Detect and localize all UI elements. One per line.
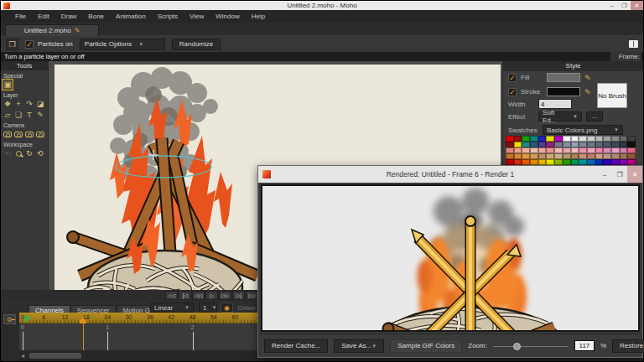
swatch-cell[interactable] xyxy=(530,153,538,159)
scroll-left-button[interactable]: ◂ xyxy=(21,352,24,359)
interpolation-dropdown[interactable]: Linear ▼ xyxy=(150,303,194,313)
transform-layer-tool[interactable]: ❖ xyxy=(3,99,13,109)
swatch-cell[interactable] xyxy=(554,136,563,142)
particle-layer-tool[interactable]: ▣ xyxy=(3,80,13,90)
goto-start-button[interactable]: |◁ xyxy=(179,291,191,300)
menu-item-scripts[interactable]: Scripts xyxy=(158,13,178,20)
swatch-cell[interactable] xyxy=(563,136,571,142)
goto-start-loop-button[interactable]: ○◁ xyxy=(165,291,178,300)
render-cache-button[interactable]: Render Cache... xyxy=(264,339,328,353)
swatch-cell[interactable] xyxy=(571,136,579,142)
step-back-button[interactable]: ◁◁ xyxy=(192,291,205,300)
swatch-cell[interactable] xyxy=(522,136,530,142)
roll-camera-tool[interactable] xyxy=(24,129,34,139)
menu-item-help[interactable]: Help xyxy=(252,13,265,20)
swatch-cell[interactable] xyxy=(554,142,563,147)
save-as-dropdown[interactable]: Save As... ▼ xyxy=(334,339,384,353)
play-button[interactable]: ▷ xyxy=(205,291,218,300)
swatch-cell[interactable] xyxy=(595,147,604,153)
swatch-cell[interactable] xyxy=(546,153,554,159)
stroke-checkbox[interactable]: ✓ xyxy=(508,88,517,96)
swatch-cell[interactable] xyxy=(571,159,579,165)
swatch-cell[interactable] xyxy=(538,142,547,147)
fill-checkbox[interactable]: ✓ xyxy=(508,74,517,82)
swatch-cell[interactable] xyxy=(554,153,563,159)
swatch-cell[interactable] xyxy=(595,153,604,159)
eyedropper-tool[interactable]: ✎ xyxy=(35,110,45,120)
stroke-swatch[interactable] xyxy=(547,87,580,96)
swatch-cell[interactable] xyxy=(514,136,522,142)
swatch-cell[interactable] xyxy=(627,159,636,165)
swatch-cell[interactable] xyxy=(538,153,547,159)
swatch-cell[interactable] xyxy=(546,136,554,142)
library-icon-button[interactable] xyxy=(629,40,638,48)
swatch-cell[interactable] xyxy=(522,147,530,153)
swatch-cell[interactable] xyxy=(579,159,587,165)
swatch-cell[interactable] xyxy=(595,142,604,147)
swatch-cell[interactable] xyxy=(546,142,554,147)
swatch-cell[interactable] xyxy=(579,153,587,159)
swatch-cell[interactable] xyxy=(514,159,522,165)
swatch-cell[interactable] xyxy=(514,147,522,153)
swatch-cell[interactable] xyxy=(603,136,611,142)
document-icon-button[interactable]: ❒ xyxy=(6,39,18,50)
menu-item-window[interactable]: Window xyxy=(216,13,239,20)
swatch-cell[interactable] xyxy=(554,147,563,153)
minimize-button[interactable]: – xyxy=(605,1,618,10)
set-origin-tool[interactable]: + xyxy=(13,99,23,109)
swatch-cell[interactable] xyxy=(554,159,563,165)
swatch-cell[interactable] xyxy=(514,153,522,159)
swatch-cell[interactable] xyxy=(506,136,514,142)
swatch-cell[interactable] xyxy=(563,142,571,147)
swatch-cell[interactable] xyxy=(571,147,579,153)
swatch-cell[interactable] xyxy=(579,136,587,142)
keyframe-icon-button[interactable] xyxy=(3,314,16,324)
restore-defaults-button[interactable]: Restore Defaults xyxy=(612,339,644,353)
rotate-workspace-tool[interactable]: ↻ xyxy=(24,148,34,158)
rotate-layer-tool[interactable]: ↷ xyxy=(24,99,34,109)
swatch-cell[interactable] xyxy=(563,147,571,153)
pan-tilt-camera-tool[interactable] xyxy=(35,129,45,139)
stroke-pencil-icon[interactable]: ✎ xyxy=(584,88,591,96)
swatch-cell[interactable] xyxy=(530,142,538,147)
randomize-button[interactable]: Randomize xyxy=(172,39,221,50)
swatch-cell[interactable] xyxy=(603,142,611,147)
swatch-cell[interactable] xyxy=(627,136,636,142)
swatch-cell[interactable] xyxy=(611,159,620,165)
swatch-cell[interactable] xyxy=(506,153,514,159)
swatch-cell[interactable] xyxy=(587,159,595,165)
swatch-cell[interactable] xyxy=(530,159,538,165)
insert-text-tool[interactable]: T xyxy=(24,110,34,120)
swatch-cell[interactable] xyxy=(538,159,547,165)
swatch-cell[interactable] xyxy=(620,147,628,153)
swatch-cell[interactable] xyxy=(595,159,604,165)
swatch-cell[interactable] xyxy=(587,153,595,159)
swatch-cell[interactable] xyxy=(514,142,522,147)
swatch-cell[interactable] xyxy=(587,142,595,147)
swatch-cell[interactable] xyxy=(522,142,530,147)
swatch-cell[interactable] xyxy=(587,136,595,142)
swatch-cell[interactable] xyxy=(506,147,514,153)
swatch-cell[interactable] xyxy=(563,159,571,165)
zoom-camera-tool[interactable] xyxy=(13,129,23,139)
goto-end-button[interactable]: ▷| xyxy=(232,291,245,300)
swatch-cell[interactable] xyxy=(620,142,628,147)
pan-workspace-tool[interactable]: ☜ xyxy=(3,148,13,158)
flip-layer-tool[interactable]: ▱ xyxy=(3,110,13,120)
zoom-slider[interactable] xyxy=(493,339,569,353)
swatch-cell[interactable] xyxy=(546,159,554,165)
swatch-cell[interactable] xyxy=(506,142,514,147)
document-tab[interactable]: Untitled 2.moho ✎ xyxy=(5,24,99,36)
swatch-cell[interactable] xyxy=(506,159,514,165)
swatch-cell[interactable] xyxy=(522,153,530,159)
swatch-cell[interactable] xyxy=(530,147,538,153)
menu-item-animation[interactable]: Animation xyxy=(116,13,146,20)
particle-options-dropdown[interactable]: Particle Options ▼ xyxy=(80,39,165,50)
swatch-cell[interactable] xyxy=(611,147,620,153)
swatches-dropdown[interactable]: Basic Colors.png ▼ xyxy=(543,125,623,135)
width-input[interactable] xyxy=(538,99,572,109)
swatch-cell[interactable] xyxy=(603,153,611,159)
zoom-value-input[interactable] xyxy=(574,340,595,351)
swatch-cell[interactable] xyxy=(627,147,636,153)
scrollbar-thumb[interactable] xyxy=(29,353,81,359)
